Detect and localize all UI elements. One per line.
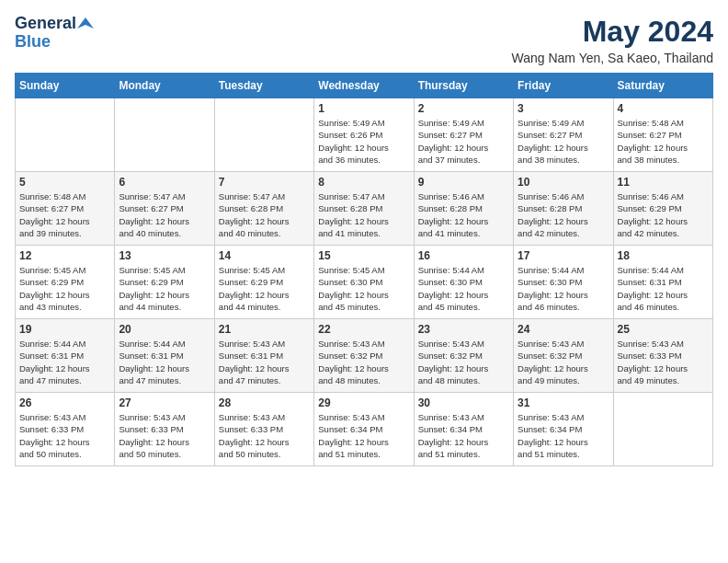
day-cell-5: 5Sunrise: 5:48 AM Sunset: 6:27 PM Daylig… [16, 172, 115, 246]
header-monday: Monday [115, 74, 214, 98]
cell-info-5: Sunrise: 5:48 AM Sunset: 6:27 PM Dayligh… [19, 190, 110, 239]
calendar-table: SundayMondayTuesdayWednesdayThursdayFrid… [15, 73, 713, 466]
cell-info-22: Sunrise: 5:43 AM Sunset: 6:32 PM Dayligh… [318, 338, 409, 386]
day-number-5: 5 [19, 176, 110, 189]
cell-info-15: Sunrise: 5:45 AM Sunset: 6:30 PM Dayligh… [318, 264, 409, 313]
cell-info-10: Sunrise: 5:46 AM Sunset: 6:28 PM Dayligh… [518, 190, 609, 239]
day-number-31: 31 [518, 396, 609, 409]
day-number-4: 4 [618, 102, 709, 115]
cell-info-19: Sunrise: 5:44 AM Sunset: 6:31 PM Dayligh… [19, 338, 110, 386]
day-cell-15: 15Sunrise: 5:45 AM Sunset: 6:30 PM Dayli… [314, 246, 414, 319]
day-cell-8: 8Sunrise: 5:47 AM Sunset: 6:28 PM Daylig… [314, 172, 414, 246]
day-cell-3: 3Sunrise: 5:49 AM Sunset: 6:27 PM Daylig… [514, 98, 613, 172]
day-number-24: 24 [518, 323, 609, 336]
header-saturday: Saturday [613, 74, 712, 98]
cell-info-28: Sunrise: 5:43 AM Sunset: 6:33 PM Dayligh… [219, 411, 310, 460]
day-cell-6: 6Sunrise: 5:47 AM Sunset: 6:27 PM Daylig… [115, 172, 214, 246]
cell-info-1: Sunrise: 5:49 AM Sunset: 6:26 PM Dayligh… [318, 117, 409, 166]
empty-cell [613, 393, 712, 466]
cell-info-4: Sunrise: 5:48 AM Sunset: 6:27 PM Dayligh… [618, 117, 709, 166]
day-cell-27: 27Sunrise: 5:43 AM Sunset: 6:33 PM Dayli… [115, 393, 214, 466]
header-thursday: Thursday [414, 74, 513, 98]
day-cell-7: 7Sunrise: 5:47 AM Sunset: 6:28 PM Daylig… [214, 172, 313, 246]
empty-cell [115, 98, 214, 172]
day-number-8: 8 [318, 176, 409, 189]
header-wednesday: Wednesday [314, 74, 414, 98]
day-number-9: 9 [418, 176, 509, 189]
day-number-16: 16 [418, 249, 509, 262]
svg-marker-0 [77, 17, 94, 29]
day-cell-2: 2Sunrise: 5:49 AM Sunset: 6:27 PM Daylig… [414, 98, 513, 172]
header-sunday: Sunday [16, 74, 115, 98]
cell-info-8: Sunrise: 5:47 AM Sunset: 6:28 PM Dayligh… [318, 190, 409, 239]
logo: General Blue [15, 15, 94, 52]
day-cell-11: 11Sunrise: 5:46 AM Sunset: 6:29 PM Dayli… [613, 172, 712, 246]
day-cell-9: 9Sunrise: 5:46 AM Sunset: 6:28 PM Daylig… [414, 172, 513, 246]
day-number-15: 15 [318, 249, 409, 262]
day-number-10: 10 [518, 176, 609, 189]
day-number-18: 18 [618, 249, 709, 262]
day-number-17: 17 [518, 249, 609, 262]
day-cell-30: 30Sunrise: 5:43 AM Sunset: 6:34 PM Dayli… [414, 393, 513, 466]
day-number-3: 3 [518, 102, 609, 115]
day-number-6: 6 [119, 176, 210, 189]
week-row-2: 12Sunrise: 5:45 AM Sunset: 6:29 PM Dayli… [16, 246, 713, 319]
day-cell-1: 1Sunrise: 5:49 AM Sunset: 6:26 PM Daylig… [314, 98, 414, 172]
header-tuesday: Tuesday [214, 74, 313, 98]
day-number-2: 2 [418, 102, 509, 115]
calendar-body: 1Sunrise: 5:49 AM Sunset: 6:26 PM Daylig… [16, 98, 713, 466]
day-number-13: 13 [119, 249, 210, 262]
cell-info-27: Sunrise: 5:43 AM Sunset: 6:33 PM Dayligh… [119, 411, 210, 460]
day-number-26: 26 [19, 396, 110, 409]
day-cell-18: 18Sunrise: 5:44 AM Sunset: 6:31 PM Dayli… [613, 246, 712, 319]
cell-info-17: Sunrise: 5:44 AM Sunset: 6:30 PM Dayligh… [518, 264, 609, 313]
day-cell-20: 20Sunrise: 5:44 AM Sunset: 6:31 PM Dayli… [115, 319, 214, 393]
logo-bird-icon [77, 16, 94, 32]
day-number-19: 19 [19, 323, 110, 336]
day-cell-14: 14Sunrise: 5:45 AM Sunset: 6:29 PM Dayli… [214, 246, 313, 319]
cell-info-25: Sunrise: 5:43 AM Sunset: 6:33 PM Dayligh… [618, 338, 709, 386]
day-cell-24: 24Sunrise: 5:43 AM Sunset: 6:32 PM Dayli… [514, 319, 613, 393]
day-cell-21: 21Sunrise: 5:43 AM Sunset: 6:31 PM Dayli… [214, 319, 313, 393]
day-cell-29: 29Sunrise: 5:43 AM Sunset: 6:34 PM Dayli… [314, 393, 414, 466]
cell-info-12: Sunrise: 5:45 AM Sunset: 6:29 PM Dayligh… [19, 264, 110, 313]
day-number-29: 29 [318, 396, 409, 409]
week-row-0: 1Sunrise: 5:49 AM Sunset: 6:26 PM Daylig… [16, 98, 713, 172]
day-number-25: 25 [618, 323, 709, 336]
cell-info-18: Sunrise: 5:44 AM Sunset: 6:31 PM Dayligh… [618, 264, 709, 313]
cell-info-31: Sunrise: 5:43 AM Sunset: 6:34 PM Dayligh… [518, 411, 609, 460]
cell-info-13: Sunrise: 5:45 AM Sunset: 6:29 PM Dayligh… [119, 264, 210, 313]
empty-cell [214, 98, 313, 172]
cell-info-6: Sunrise: 5:47 AM Sunset: 6:27 PM Dayligh… [119, 190, 210, 239]
day-cell-19: 19Sunrise: 5:44 AM Sunset: 6:31 PM Dayli… [16, 319, 115, 393]
title-block: May 2024 Wang Nam Yen, Sa Kaeo, Thailand [512, 15, 713, 65]
day-cell-10: 10Sunrise: 5:46 AM Sunset: 6:28 PM Dayli… [514, 172, 613, 246]
day-cell-12: 12Sunrise: 5:45 AM Sunset: 6:29 PM Dayli… [16, 246, 115, 319]
day-number-7: 7 [219, 176, 310, 189]
day-number-12: 12 [19, 249, 110, 262]
logo-blue-text: Blue [15, 33, 51, 52]
day-number-20: 20 [119, 323, 210, 336]
cell-info-2: Sunrise: 5:49 AM Sunset: 6:27 PM Dayligh… [418, 117, 509, 166]
day-cell-13: 13Sunrise: 5:45 AM Sunset: 6:29 PM Dayli… [115, 246, 214, 319]
header-row: SundayMondayTuesdayWednesdayThursdayFrid… [16, 74, 713, 98]
page-header: General Blue May 2024 Wang Nam Yen, Sa K… [15, 15, 713, 65]
week-row-1: 5Sunrise: 5:48 AM Sunset: 6:27 PM Daylig… [16, 172, 713, 246]
cell-info-21: Sunrise: 5:43 AM Sunset: 6:31 PM Dayligh… [219, 338, 310, 386]
day-number-14: 14 [219, 249, 310, 262]
day-number-22: 22 [318, 323, 409, 336]
cell-info-23: Sunrise: 5:43 AM Sunset: 6:32 PM Dayligh… [418, 338, 509, 386]
week-row-4: 26Sunrise: 5:43 AM Sunset: 6:33 PM Dayli… [16, 393, 713, 466]
logo-general-text: General [15, 15, 76, 33]
cell-info-7: Sunrise: 5:47 AM Sunset: 6:28 PM Dayligh… [219, 190, 310, 239]
day-cell-31: 31Sunrise: 5:43 AM Sunset: 6:34 PM Dayli… [514, 393, 613, 466]
location-text: Wang Nam Yen, Sa Kaeo, Thailand [512, 51, 713, 65]
calendar-header: SundayMondayTuesdayWednesdayThursdayFrid… [16, 74, 713, 98]
cell-info-26: Sunrise: 5:43 AM Sunset: 6:33 PM Dayligh… [19, 411, 110, 460]
day-number-23: 23 [418, 323, 509, 336]
month-year-title: May 2024 [512, 15, 713, 49]
cell-info-14: Sunrise: 5:45 AM Sunset: 6:29 PM Dayligh… [219, 264, 310, 313]
cell-info-16: Sunrise: 5:44 AM Sunset: 6:30 PM Dayligh… [418, 264, 509, 313]
week-row-3: 19Sunrise: 5:44 AM Sunset: 6:31 PM Dayli… [16, 319, 713, 393]
day-cell-22: 22Sunrise: 5:43 AM Sunset: 6:32 PM Dayli… [314, 319, 414, 393]
